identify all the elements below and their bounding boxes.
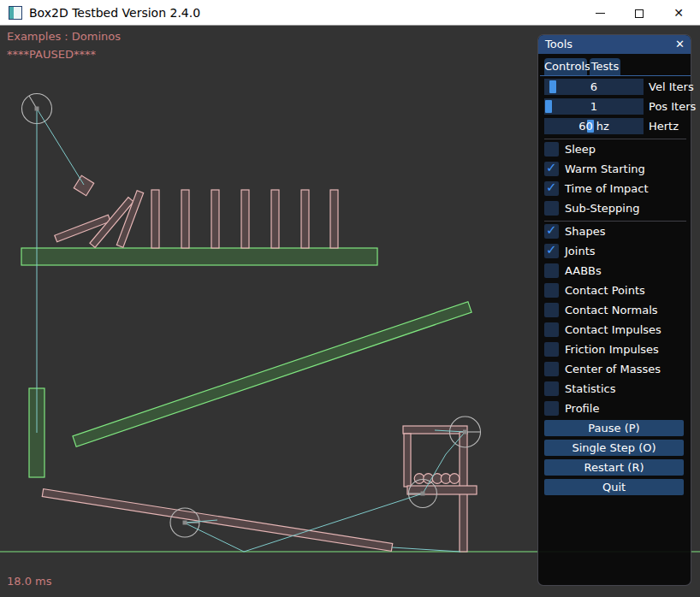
minimize-button[interactable] — [580, 0, 620, 26]
window-title: Box2D Testbed Version 2.4.0 — [29, 0, 200, 26]
quit-button[interactable]: Quit — [544, 479, 684, 495]
checkbox-label: Profile — [565, 401, 599, 416]
standing-domino[interactable] — [211, 190, 219, 248]
checkbox-box[interactable] — [544, 283, 559, 298]
close-icon: ✕ — [673, 6, 684, 20]
slider-label: Hertz — [649, 118, 679, 134]
checkbox-label: Contact Impulses — [565, 322, 661, 337]
checkbox-friction-impulses[interactable]: Friction Impulses — [544, 342, 686, 357]
slider-pos-iters: 1 Pos Iters — [544, 98, 686, 115]
checkbox-label: Sleep — [565, 142, 596, 157]
tab-tests[interactable]: Tests — [590, 58, 620, 75]
checkbox-box[interactable] — [544, 263, 559, 278]
standing-domino[interactable] — [151, 190, 159, 248]
checkbox-box[interactable] — [544, 181, 559, 196]
slider-track[interactable]: 60 hz — [544, 118, 644, 134]
pendulum-bob[interactable] — [74, 175, 93, 195]
tools-close-icon[interactable]: ✕ — [675, 35, 685, 54]
checkbox-center-of-masses[interactable]: Center of Masses — [544, 362, 686, 376]
cradle-top-bar[interactable] — [403, 426, 467, 434]
checkbox-label: AABBs — [565, 263, 602, 278]
app-icon — [9, 6, 22, 20]
single-step-button[interactable]: Single Step (O) — [544, 440, 684, 456]
standing-domino[interactable] — [241, 190, 249, 248]
tab-controls[interactable]: Controls — [544, 58, 587, 75]
minimize-icon — [596, 13, 605, 14]
separator — [544, 221, 686, 222]
example-label: Examples : Dominos — [7, 30, 121, 43]
checkbox-label: Joints — [565, 244, 596, 258]
checkbox-aabbs[interactable]: AABBs — [544, 263, 686, 278]
joint-anchors — [35, 107, 468, 525]
frame-time-label: 18.0 ms — [7, 575, 52, 588]
checkbox-warm-starting[interactable]: Warm Starting — [544, 162, 686, 176]
maximize-button[interactable] — [620, 0, 659, 26]
slider-value: 6 — [544, 79, 644, 95]
checkbox-box[interactable] — [544, 224, 559, 239]
checkbox-label: Time of Impact — [565, 181, 649, 196]
slider-track[interactable]: 1 — [544, 98, 644, 115]
pause-button[interactable]: Pause (P) — [544, 420, 684, 436]
checkbox-statistics[interactable]: Statistics — [544, 381, 686, 396]
checkbox-box[interactable] — [544, 401, 559, 416]
checkbox-label: Center of Masses — [565, 362, 661, 376]
checkbox-box[interactable] — [544, 244, 559, 258]
paused-label: ****PAUSED**** — [7, 48, 96, 61]
checkbox-contact-points[interactable]: Contact Points — [544, 283, 686, 298]
green-ramp[interactable] — [73, 302, 472, 447]
checkbox-label: Friction Impulses — [565, 342, 659, 357]
standing-domino[interactable] — [181, 190, 189, 248]
checkbox-sub-stepping[interactable]: Sub-Stepping — [544, 201, 686, 216]
checkbox-box[interactable] — [544, 201, 559, 216]
tab-bar-separator — [540, 75, 691, 76]
slider-value: 1 — [544, 98, 644, 115]
separator — [544, 139, 686, 139]
checkbox-contact-normals[interactable]: Contact Normals — [544, 303, 686, 317]
slider-track[interactable]: 6 — [544, 79, 644, 95]
domino-platform[interactable] — [21, 248, 377, 265]
slider-hertz: 60 hz Hertz — [544, 118, 686, 134]
checkbox-box[interactable] — [544, 342, 559, 357]
title-bar: Box2D Testbed Version 2.4.0 ✕ — [0, 0, 700, 26]
checkbox-contact-impulses[interactable]: Contact Impulses — [544, 322, 686, 337]
cradle-ball[interactable] — [414, 474, 424, 484]
checkbox-label: Sub-Stepping — [565, 201, 639, 216]
standing-domino[interactable] — [301, 190, 309, 248]
checkbox-box[interactable] — [544, 142, 559, 157]
box2d-testbed-window: { "window": { "title": "Box2D Testbed Ve… — [0, 0, 700, 597]
cradle-ball[interactable] — [449, 474, 460, 484]
checkbox-box[interactable] — [544, 381, 559, 396]
slider-label: Pos Iters — [649, 98, 696, 115]
checkbox-joints[interactable]: Joints — [544, 244, 686, 258]
checkbox-sleep[interactable]: Sleep — [544, 142, 686, 157]
tools-panel-title: Tools — [545, 38, 572, 50]
checkbox-label: Contact Normals — [565, 303, 658, 317]
checkbox-box[interactable] — [544, 303, 559, 317]
checkbox-label: Statistics — [565, 381, 615, 396]
checkbox-box[interactable] — [544, 362, 559, 376]
maximize-icon — [635, 9, 644, 18]
checkbox-box[interactable] — [544, 162, 559, 176]
checkbox-time-of-impact[interactable]: Time of Impact — [544, 181, 686, 196]
tools-panel-titlebar[interactable]: Tools ✕ — [538, 35, 691, 54]
checkbox-shapes[interactable]: Shapes — [544, 224, 686, 239]
restart-button[interactable]: Restart (R) — [544, 459, 684, 476]
checkbox-box[interactable] — [544, 322, 559, 337]
slider-vel-iters: 6 Vel Iters — [544, 79, 686, 95]
standing-domino[interactable] — [330, 190, 338, 248]
checkbox-label: Contact Points — [565, 283, 645, 298]
slider-value: 60 hz — [544, 118, 644, 134]
checkbox-label: Shapes — [565, 224, 605, 239]
standing-domino[interactable] — [271, 190, 279, 248]
slider-label: Vel Iters — [649, 79, 694, 95]
checkbox-profile[interactable]: Profile — [544, 401, 686, 416]
checkbox-label: Warm Starting — [565, 162, 645, 176]
close-button[interactable]: ✕ — [659, 0, 698, 26]
tools-panel: Tools ✕ Controls Tests 6 Vel Iters 1 Pos… — [537, 34, 691, 586]
cradle-left-post[interactable] — [404, 434, 411, 487]
